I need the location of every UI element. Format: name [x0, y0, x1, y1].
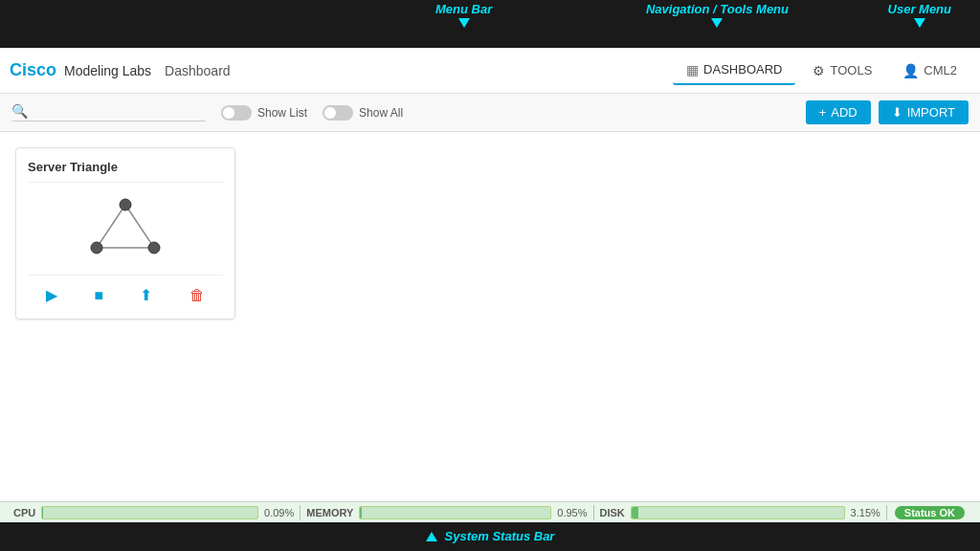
svg-line-1	[125, 205, 154, 248]
disk-label: DISK	[600, 507, 625, 518]
status-ok-badge: Status OK	[895, 506, 965, 519]
menu-bar-arrow	[458, 18, 470, 28]
tools-nav-btn[interactable]: ⚙ TOOLS	[799, 57, 885, 84]
system-status-arrow	[426, 532, 437, 541]
import-icon: ⬇	[892, 105, 902, 120]
toolbar-left: 🔍 Show List Show All	[11, 103, 403, 121]
cpu-value: 0.09%	[264, 507, 294, 518]
topology-diagram	[82, 195, 168, 262]
memory-value: 0.95%	[557, 507, 587, 518]
logo-cisco: Cisco	[10, 60, 56, 80]
search-input[interactable]	[33, 104, 206, 119]
lab-card-title: Server Triangle	[28, 160, 223, 183]
svg-point-3	[120, 199, 131, 210]
search-wrapper: 🔍	[11, 103, 206, 121]
memory-bar	[359, 506, 551, 519]
menu-bar-annotation: Menu Bar	[435, 2, 492, 28]
lab-card: Server Triangle ▶ ■ ⬆ 🗑	[15, 147, 235, 320]
nav-tools-annotation: Navigation / Tools Menu	[646, 2, 789, 28]
status-bar: CPU 0.09% MEMORY 0.95% DISK 3.15% Status…	[0, 501, 980, 522]
show-all-toggle[interactable]	[323, 105, 353, 121]
memory-bar-inner	[360, 507, 362, 518]
cpu-segment: CPU 0.09%	[8, 506, 300, 519]
search-icon: 🔍	[11, 103, 28, 119]
user-menu-arrow	[914, 18, 925, 28]
lab-card-actions: ▶ ■ ⬆ 🗑	[28, 275, 223, 307]
show-list-label: Show List	[257, 106, 307, 120]
toolbar: 🔍 Show List Show All + ADD ⬇ IMPORT	[0, 94, 980, 132]
show-all-label: Show All	[359, 106, 403, 120]
disk-bar	[631, 506, 845, 519]
show-list-toggle-group: Show List	[221, 105, 307, 121]
disk-value: 3.15%	[851, 507, 880, 518]
plus-icon: +	[819, 105, 827, 120]
logo-text: Modeling Labs	[64, 63, 151, 78]
app-wrapper: Cisco Modeling Labs Dashboard ▦ DASHBOAR…	[0, 48, 980, 503]
toolbar-right: + ADD ⬇ IMPORT	[806, 100, 969, 124]
lab-card-diagram	[28, 190, 223, 267]
play-button[interactable]: ▶	[40, 283, 63, 307]
status-ok-wrapper: Status OK	[887, 507, 972, 518]
header-dashboard-label: Dashboard	[165, 63, 231, 78]
status-bar-annotation: System Status Bar	[426, 529, 555, 544]
svg-point-4	[91, 242, 102, 253]
tools-nav-label: TOOLS	[830, 63, 872, 77]
cpu-label: CPU	[13, 507, 35, 518]
disk-segment: DISK 3.15%	[594, 506, 886, 519]
memory-segment: MEMORY 0.95%	[301, 506, 592, 519]
show-all-toggle-group: Show All	[323, 105, 403, 121]
cpu-bar	[41, 506, 258, 519]
bottom-annotation-bar: System Status Bar	[0, 522, 980, 551]
main-content: Server Triangle ▶ ■ ⬆ 🗑	[0, 132, 980, 503]
dashboard-nav-btn[interactable]: ▦ DASHBOARD	[673, 56, 795, 85]
header-left: Cisco Modeling Labs Dashboard	[10, 60, 231, 80]
import-button[interactable]: ⬇ IMPORT	[879, 100, 969, 124]
user-nav-label: CML2	[924, 63, 957, 77]
delete-button[interactable]: 🗑	[184, 283, 211, 307]
user-nav-btn[interactable]: 👤 CML2	[889, 57, 970, 84]
stop-button[interactable]: ■	[88, 283, 109, 307]
nav-tools-arrow	[711, 18, 723, 28]
user-icon: 👤	[902, 63, 919, 78]
gear-icon: ⚙	[813, 63, 825, 78]
dashboard-grid-icon: ▦	[686, 62, 699, 77]
user-menu-annotation: User Menu	[888, 2, 951, 28]
memory-label: MEMORY	[306, 507, 353, 518]
import-label: IMPORT	[907, 105, 955, 120]
add-label: ADD	[831, 105, 857, 120]
header: Cisco Modeling Labs Dashboard ▦ DASHBOAR…	[0, 48, 980, 94]
add-button[interactable]: + ADD	[806, 100, 871, 124]
show-list-toggle[interactable]	[221, 105, 252, 121]
header-right: ▦ DASHBOARD ⚙ TOOLS 👤 CML2	[673, 56, 970, 85]
upload-button[interactable]: ⬆	[134, 283, 158, 307]
annotation-bar: Menu Bar Navigation / Tools Menu User Me…	[0, 0, 980, 48]
svg-point-5	[148, 242, 160, 253]
dashboard-nav-label: DASHBOARD	[703, 62, 782, 77]
svg-line-0	[97, 205, 125, 248]
disk-bar-inner	[632, 507, 638, 518]
